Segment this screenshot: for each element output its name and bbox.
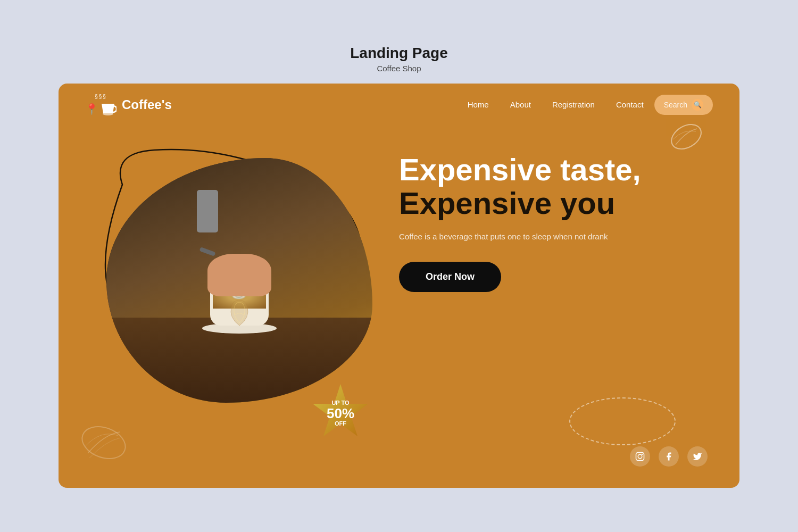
logo-text: Coffee's (122, 97, 172, 112)
nav-link-contact[interactable]: Contact (616, 100, 644, 109)
nav-link-about[interactable]: About (510, 100, 531, 109)
discount-off: OFF (327, 420, 354, 427)
coffee-scene-image: ☕ (106, 158, 372, 403)
social-icons (630, 446, 708, 467)
headline-line2: Expensive you (399, 186, 708, 220)
discount-badge-text: UP TO 50% OFF (327, 399, 354, 427)
nav-links: Home About Registration Contact (468, 100, 644, 109)
order-now-button[interactable]: Order Now (399, 262, 501, 292)
hand-shape (207, 254, 271, 296)
pin-icon: 📍 (85, 103, 98, 115)
logo-area: §§§ 📍 Coffee's (85, 94, 172, 115)
pour-body (197, 190, 218, 232)
search-placeholder: Search (664, 101, 687, 109)
hero-headline: Expensive taste, Expensive you (399, 153, 708, 221)
page-title: Landing Page (350, 45, 448, 62)
pour-spout (200, 247, 216, 256)
page-subtitle: Coffee Shop (350, 64, 448, 73)
cup-with-pin: 📍 (85, 101, 117, 115)
svg-rect-5 (636, 452, 644, 460)
pouring-device (186, 190, 229, 254)
cup-icon (99, 101, 117, 115)
headline-line1: Expensive taste, (399, 153, 708, 187)
search-icon: 🔍 (692, 99, 703, 111)
landing-card: §§§ 📍 Coffee's Home About Registration C… (59, 84, 739, 488)
hero-area: ☕ (59, 126, 739, 488)
navbar: §§§ 📍 Coffee's Home About Registration C… (59, 84, 739, 126)
nav-link-home[interactable]: Home (468, 100, 489, 109)
twitter-icon[interactable] (687, 446, 708, 467)
discount-percent: 50% (327, 406, 354, 420)
instagram-icon[interactable] (630, 446, 650, 467)
search-bar[interactable]: Search 🔍 (654, 95, 713, 115)
latte-art-svg (218, 296, 261, 328)
logo-icon: §§§ 📍 (85, 94, 117, 115)
svg-point-3 (103, 112, 113, 115)
svg-point-6 (638, 454, 642, 459)
page-header: Landing Page Coffee Shop (350, 45, 448, 73)
hero-subtext: Coffee is a beverage that puts one to sl… (399, 231, 622, 243)
svg-point-7 (642, 453, 643, 454)
image-blob-container: ☕ (90, 142, 388, 419)
steam-lines: §§§ (95, 94, 107, 99)
hero-text-area: Expensive taste, Expensive you Coffee is… (399, 153, 708, 292)
nav-link-registration[interactable]: Registration (552, 100, 595, 109)
discount-badge-container: UP TO 50% OFF (309, 381, 372, 445)
coffee-scene: ☕ (106, 158, 372, 403)
facebook-icon[interactable] (659, 446, 679, 467)
